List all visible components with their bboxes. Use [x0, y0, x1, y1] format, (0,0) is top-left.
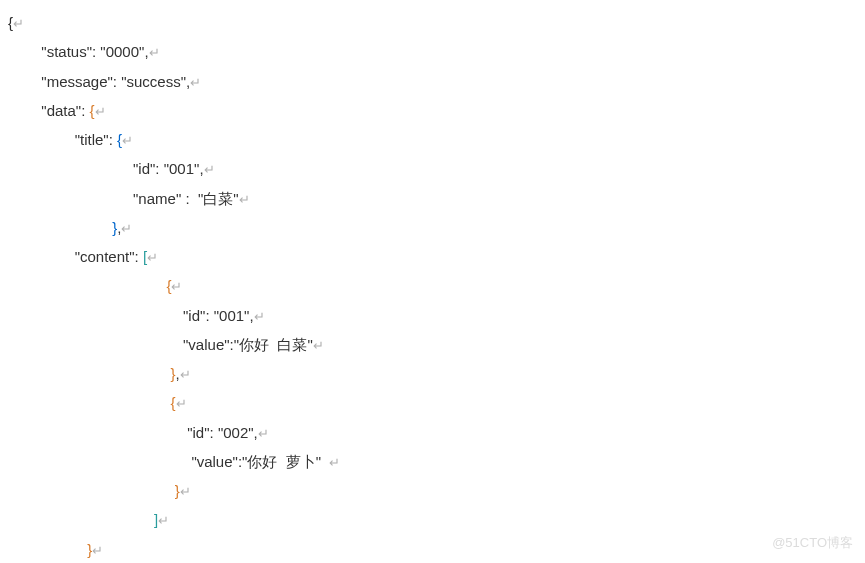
- json-value: "你好 白菜": [234, 336, 313, 353]
- json-value: "白菜": [194, 190, 239, 207]
- colon: :: [185, 190, 193, 207]
- code-line: "data": {↵: [8, 96, 865, 125]
- paragraph-symbol: ↵: [121, 221, 132, 236]
- json-key: "title": [75, 131, 109, 148]
- paragraph-symbol: ↵: [95, 104, 106, 119]
- paragraph-symbol: ↵: [254, 309, 265, 324]
- paragraph-symbol: ↵: [180, 367, 191, 382]
- code-line: "value":"你好 白菜"↵: [8, 330, 865, 359]
- code-line: "value":"你好 萝卜" ↵: [8, 447, 865, 476]
- code-line: {↵: [8, 388, 865, 417]
- colon: :: [205, 307, 213, 324]
- paragraph-symbol: ↵: [239, 192, 250, 207]
- paragraph-symbol: ↵: [180, 484, 191, 499]
- json-code-block: {↵ "status": "0000",↵ "message": "succes…: [8, 8, 865, 563]
- code-line: },↵: [8, 213, 865, 242]
- json-value: "001": [164, 160, 200, 177]
- colon: :: [135, 248, 143, 265]
- code-line: {↵: [8, 271, 865, 300]
- paragraph-symbol: ↵: [13, 16, 24, 31]
- colon: :: [113, 73, 121, 90]
- code-line: "content": [↵: [8, 242, 865, 271]
- watermark: @51CTO博客: [772, 530, 853, 555]
- paragraph-symbol: ↵: [313, 338, 324, 353]
- colon: :: [109, 131, 117, 148]
- json-value: "success": [121, 73, 186, 90]
- json-key: "id": [133, 160, 155, 177]
- code-line: ]↵: [8, 505, 865, 534]
- json-value: "002": [218, 424, 254, 441]
- json-key: "content": [75, 248, 135, 265]
- json-key: "id": [183, 307, 205, 324]
- paragraph-symbol: ↵: [171, 279, 182, 294]
- json-value: "001": [214, 307, 250, 324]
- json-key: "data": [41, 102, 81, 119]
- colon: :: [81, 102, 89, 119]
- paragraph-symbol: ↵: [92, 543, 103, 558]
- paragraph-symbol: ↵: [258, 426, 269, 441]
- code-line: },↵: [8, 359, 865, 388]
- json-key: "name": [133, 190, 185, 207]
- json-value: "你好 萝卜": [242, 453, 329, 470]
- code-line: "id": "001",↵: [8, 301, 865, 330]
- code-line: "id": "002",↵: [8, 418, 865, 447]
- code-line: "status": "0000",↵: [8, 37, 865, 66]
- json-key: "id": [187, 424, 209, 441]
- json-key: "status": [41, 43, 92, 60]
- paragraph-symbol: ↵: [190, 75, 201, 90]
- json-key: "value": [191, 453, 238, 470]
- colon: :: [155, 160, 163, 177]
- code-line: "title": {↵: [8, 125, 865, 154]
- paragraph-symbol: ↵: [147, 250, 158, 265]
- code-line: {↵: [8, 8, 865, 37]
- paragraph-symbol: ↵: [204, 162, 215, 177]
- paragraph-symbol: ↵: [329, 455, 340, 470]
- paragraph-symbol: ↵: [176, 396, 187, 411]
- code-line: }↵: [8, 535, 865, 564]
- code-line: "message": "success",↵: [8, 67, 865, 96]
- json-value: "0000": [100, 43, 144, 60]
- json-key: "message": [41, 73, 113, 90]
- paragraph-symbol: ↵: [149, 45, 160, 60]
- colon: :: [210, 424, 218, 441]
- paragraph-symbol: ↵: [158, 513, 169, 528]
- code-line: "id": "001",↵: [8, 154, 865, 183]
- json-key: "value": [183, 336, 230, 353]
- code-line: "name" : "白菜"↵: [8, 184, 865, 213]
- code-line: }↵: [8, 476, 865, 505]
- paragraph-symbol: ↵: [122, 133, 133, 148]
